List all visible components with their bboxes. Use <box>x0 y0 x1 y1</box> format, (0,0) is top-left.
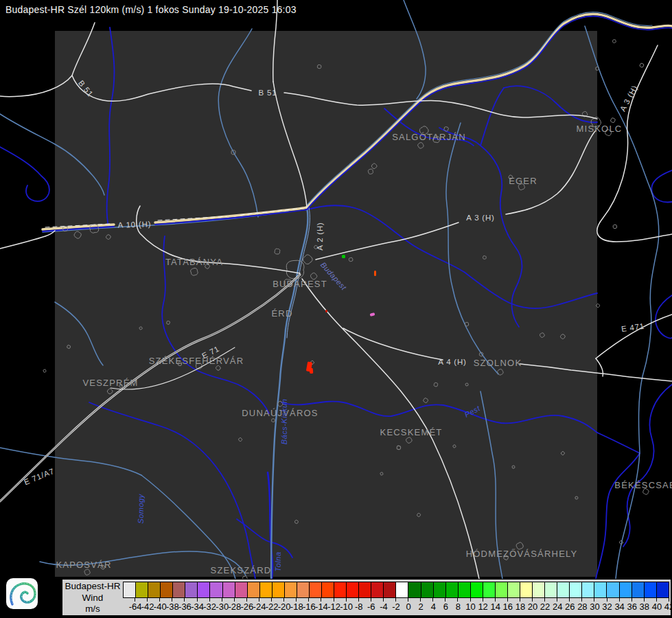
legend-value: -8 <box>355 602 363 612</box>
radar-coverage-area <box>55 31 597 577</box>
legend-value: 30 <box>590 602 599 612</box>
legend-cell <box>483 582 496 597</box>
legend-cell <box>223 582 235 597</box>
city-label: BÉKÉSCSABA <box>614 480 672 490</box>
legend-value: 38 <box>640 602 649 612</box>
road-label: E 471 <box>621 322 645 334</box>
legend-cell <box>408 582 421 597</box>
legend-cell <box>396 582 408 597</box>
legend-cell <box>235 582 248 597</box>
legend-value: -14 <box>315 602 328 612</box>
legend-value: -38 <box>166 602 179 612</box>
legend-cell <box>570 582 582 597</box>
legend-variable: Wind <box>64 593 121 604</box>
legend-value: -10 <box>340 602 353 612</box>
legend-cell <box>198 582 210 597</box>
radar-echo <box>342 255 345 258</box>
legend-value: 8 <box>456 602 461 612</box>
legend-cell <box>273 582 285 597</box>
legend-value: -2 <box>392 602 400 612</box>
legend-product: Budapest-HR <box>64 581 121 593</box>
legend-cell <box>347 582 359 597</box>
legend-cell <box>533 582 545 597</box>
legend-cell <box>471 582 483 597</box>
legend-value: -12 <box>327 602 340 612</box>
legend-cell <box>384 582 396 597</box>
legend-value: 42 <box>664 602 672 612</box>
legend-value: 14 <box>490 602 500 612</box>
legend-cell <box>136 582 148 597</box>
legend-value: -34 <box>191 602 204 612</box>
legend-value: 16 <box>503 602 513 612</box>
legend-value: -36 <box>178 602 192 612</box>
road-label: E 71/A7 <box>23 467 56 487</box>
legend-cell <box>421 582 434 597</box>
legend-value: -6 <box>367 602 375 612</box>
legend-value: -26 <box>241 602 254 612</box>
legend-cell <box>359 582 371 597</box>
legend-cell <box>173 582 185 597</box>
legend-value: -40 <box>154 602 167 612</box>
legend-value: 18 <box>515 602 525 612</box>
map-title: Budapest-HR Szél 120km (m/s) 1 fokos Sun… <box>5 4 297 15</box>
legend-cell <box>607 582 619 597</box>
legend-cell <box>620 582 632 597</box>
legend-cell <box>248 582 260 597</box>
legend-value: 28 <box>577 602 587 612</box>
legend-cell <box>124 582 136 597</box>
weather-map-screen: Budapest-HR Szél 120km (m/s) 1 fokos Sun… <box>0 0 672 618</box>
legend-cell <box>310 582 322 597</box>
legend-value: 24 <box>553 602 562 612</box>
radar-echo <box>374 271 376 276</box>
legend-cell <box>334 582 347 597</box>
spiral-logo-icon <box>6 578 38 609</box>
legend-value: 22 <box>540 602 550 612</box>
legend-value: -42 <box>141 602 154 612</box>
legend-cell <box>520 582 533 597</box>
legend-value: -30 <box>216 602 229 612</box>
legend-cell <box>496 582 508 597</box>
legend-value: -20 <box>278 602 291 612</box>
legend-value: 20 <box>528 602 537 612</box>
legend-cell <box>632 582 645 597</box>
legend-cell <box>446 582 459 597</box>
legend-cell <box>508 582 520 597</box>
legend-value: 6 <box>443 602 448 612</box>
legend-cell <box>148 582 161 597</box>
legend-value: 40 <box>652 602 662 612</box>
legend-value: -4 <box>380 602 388 612</box>
legend-cell <box>210 582 222 597</box>
legend-value: 12 <box>478 602 487 612</box>
radar-echo <box>310 368 314 374</box>
legend-value: -18 <box>290 602 303 612</box>
legend-value: 26 <box>565 602 575 612</box>
legend-cell <box>459 582 471 597</box>
legend-value: 0 <box>406 602 410 612</box>
legend-value: -16 <box>303 602 316 612</box>
legend-panel: Budapest-HR Wind m/s -64-42-40-38-36-34-… <box>62 579 671 616</box>
legend-cell <box>545 582 557 597</box>
legend-value: 10 <box>465 602 475 612</box>
legend-cell <box>657 582 669 597</box>
legend-value: -64 <box>129 602 142 612</box>
legend-cell <box>260 582 273 597</box>
legend-value: -28 <box>228 602 241 612</box>
legend-value: 2 <box>419 602 424 612</box>
legend-value: 36 <box>627 602 636 612</box>
legend-value: -22 <box>266 602 279 612</box>
legend-cell <box>645 582 657 597</box>
legend-cell <box>297 582 310 597</box>
legend-value: 4 <box>431 602 436 612</box>
legend-color-scale <box>123 582 669 598</box>
legend-cell <box>434 582 446 597</box>
road-label: A 3 (H) <box>618 84 639 113</box>
legend-value: 32 <box>602 602 612 612</box>
legend-cell <box>161 582 173 597</box>
legend-caption: Budapest-HR Wind m/s <box>64 581 121 615</box>
legend-value: 34 <box>614 602 624 612</box>
legend-cell <box>185 582 198 597</box>
legend-value: -24 <box>253 602 266 612</box>
legend-cell <box>371 582 384 597</box>
legend-cell <box>322 582 334 597</box>
legend-cell <box>582 582 594 597</box>
